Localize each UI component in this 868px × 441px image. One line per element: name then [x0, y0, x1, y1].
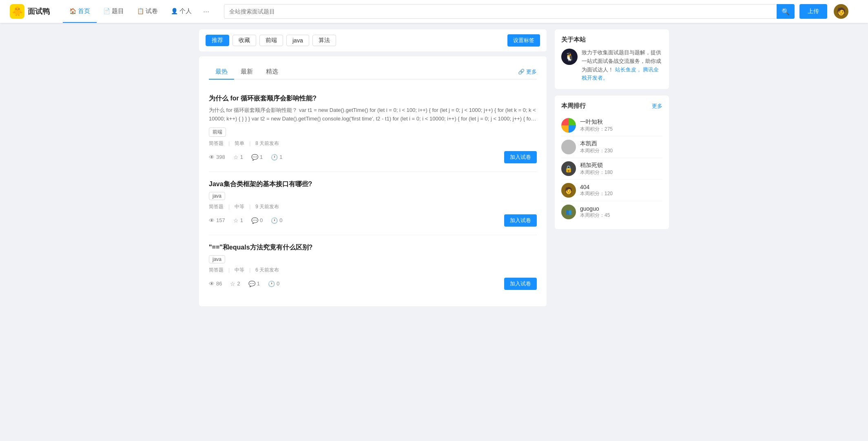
star-icon: ☆: [233, 217, 239, 224]
rank-score: 本周积分：230: [580, 147, 662, 154]
rank-name: 一叶知秋: [580, 118, 662, 126]
eye-icon: 👁: [209, 154, 215, 160]
tag-java[interactable]: java: [286, 35, 309, 46]
about-text: 致力于收集面试题目与题解，提供一站式面试备战交流服务，助你成为面试达人！ 站长鱼…: [582, 49, 662, 82]
question-tag[interactable]: java: [209, 192, 225, 200]
stat-views: 👁 398: [209, 154, 225, 160]
stat-stars: ☆ 1: [233, 154, 243, 160]
about-avatar: 🐧: [561, 49, 578, 65]
avatar[interactable]: 🧑: [834, 4, 848, 19]
stat-history: 🕐 1: [271, 154, 282, 160]
tab-latest[interactable]: 最新: [234, 65, 259, 80]
tab-featured[interactable]: 精选: [259, 65, 285, 80]
rank-name: 本凯西: [580, 140, 662, 147]
sidebar: 关于本站 🐧 致力于收集面试题目与题解，提供一站式面试备战交流服务，助你成为面试…: [555, 29, 669, 306]
question-difficulty: 中等: [235, 203, 244, 210]
question-difficulty: 中等: [235, 267, 244, 274]
site-name: 面试鸭: [28, 7, 50, 16]
rank-info: guoguo 本周积分：45: [580, 205, 662, 219]
question-stats: 👁 157 ☆ 1 💬 0 🕐 0: [209, 217, 282, 224]
rank-avatar: [561, 118, 576, 133]
upload-button[interactable]: 上传: [799, 4, 827, 19]
content-area: 推荐 收藏 前端 java 算法 设置标签 最热 最新 精选 🔗 更多: [199, 29, 547, 306]
navbar: 🐥 面试鸭 🏠 首页 📄 题目 📋 试卷 👤 个人 ··· 🔍 上传 �: [0, 0, 868, 23]
stat-history: 🕐 0: [268, 281, 279, 287]
avatar-icon: 🧑: [837, 7, 846, 16]
question-title[interactable]: Java集合类框架的基本接口有哪些?: [209, 180, 537, 189]
tag-recommend[interactable]: 推荐: [206, 35, 229, 46]
question-publish-time: 9 天前发布: [255, 203, 279, 210]
logo[interactable]: 🐥 面试鸭: [10, 4, 50, 19]
nav-more-button[interactable]: ···: [198, 0, 214, 23]
tab-hot[interactable]: 最热: [209, 65, 234, 80]
question-difficulty: 简单: [235, 140, 244, 147]
link-icon: 🔗: [518, 69, 525, 75]
about-link1[interactable]: 站长鱼皮，: [615, 67, 642, 73]
nav-home[interactable]: 🏠 首页: [63, 0, 97, 23]
comment-icon: 💬: [251, 217, 258, 224]
stat-views: 👁 157: [209, 217, 225, 224]
rank-item: 👥 guoguo 本周积分：45: [561, 201, 662, 223]
document-icon: 📄: [103, 8, 110, 14]
stat-stars: ☆ 1: [233, 217, 243, 224]
question-tags: java: [209, 192, 537, 200]
comment-icon: 💬: [248, 281, 255, 287]
question-item: 为什么 for 循环嵌套顺序会影响性能? 为什么 for 循环嵌套顺序会影响性能…: [209, 86, 537, 172]
question-tag[interactable]: 前端: [209, 127, 226, 137]
add-to-exam-button[interactable]: 加入试卷: [504, 278, 537, 290]
question-tags: 前端: [209, 127, 537, 137]
rank-avatar: 🧑: [561, 183, 576, 198]
rank-score: 本周积分：120: [580, 190, 662, 197]
eye-icon: 👁: [209, 217, 215, 224]
rank-item: 一叶知秋 本周积分：275: [561, 115, 662, 136]
search-button[interactable]: 🔍: [777, 4, 795, 19]
set-tags-button[interactable]: 设置标签: [507, 34, 540, 47]
question-type: 简答题: [209, 203, 224, 210]
history-icon: 🕐: [268, 281, 275, 287]
question-actions: 👁 398 ☆ 1 💬 1 🕐 1: [209, 151, 537, 163]
nav-personal[interactable]: 👤 个人: [164, 0, 198, 23]
add-to-exam-button[interactable]: 加入试卷: [504, 214, 537, 227]
question-stats: 👁 86 ☆ 2 💬 1 🕐 0: [209, 281, 279, 287]
star-icon: ☆: [233, 154, 239, 160]
question-title[interactable]: 为什么 for 循环嵌套顺序会影响性能?: [209, 94, 537, 103]
nav-questions[interactable]: 📄 题目: [97, 0, 131, 23]
stat-views: 👁 86: [209, 281, 222, 287]
question-actions: 👁 86 ☆ 2 💬 1 🕐 0: [209, 278, 537, 290]
feed-more-link[interactable]: 🔗 更多: [518, 68, 537, 76]
question-excerpt: 为什么 for 循环嵌套顺序会影响性能？ var t1 = new Date()…: [209, 106, 537, 123]
question-tags: java: [209, 255, 537, 263]
rank-info: 稍加死锁 本周积分：180: [580, 162, 662, 176]
question-type: 简答题: [209, 267, 224, 274]
rank-item: 本凯西 本周积分：230: [561, 136, 662, 158]
rank-item: 🔒 稍加死锁 本周积分：180: [561, 158, 662, 180]
ranking-title: 本周排行: [561, 102, 586, 110]
question-tag[interactable]: java: [209, 255, 225, 263]
question-title[interactable]: "=="和equals方法究竟有什么区别?: [209, 243, 537, 252]
tag-favorites[interactable]: 收藏: [232, 35, 256, 46]
person-photo-icon: 🧑: [565, 187, 573, 194]
rank-score: 本周积分：275: [580, 126, 662, 133]
about-card: 关于本站 🐧 致力于收集面试题目与题解，提供一站式面试备战交流服务，助你成为面试…: [555, 29, 669, 89]
tag-algorithm[interactable]: 算法: [312, 35, 336, 46]
about-title: 关于本站: [561, 36, 662, 44]
rank-score: 本周积分：180: [580, 169, 662, 176]
add-to-exam-button[interactable]: 加入试卷: [504, 151, 537, 163]
group-icon: 👥: [566, 209, 572, 215]
nav-exams[interactable]: 📋 试卷: [131, 0, 164, 23]
question-publish-time: 8 天前发布: [255, 140, 279, 147]
history-icon: 🕐: [271, 154, 278, 160]
stat-comments: 💬 1: [248, 281, 260, 287]
rank-name: guoguo: [580, 205, 662, 212]
ranking-more-link[interactable]: 更多: [652, 102, 662, 110]
rank-name: 404: [580, 184, 662, 190]
rank-info: 本凯西 本周积分：230: [580, 140, 662, 154]
history-icon: 🕐: [271, 217, 278, 224]
search-icon: 🔍: [782, 8, 790, 16]
clipboard-icon: 📋: [137, 8, 144, 14]
question-stats: 👁 398 ☆ 1 💬 1 🕐 1: [209, 154, 282, 160]
search-input[interactable]: [229, 8, 772, 15]
rank-score: 本周积分：45: [580, 212, 662, 219]
tag-frontend[interactable]: 前端: [259, 35, 283, 46]
rank-info: 一叶知秋 本周积分：275: [580, 118, 662, 133]
